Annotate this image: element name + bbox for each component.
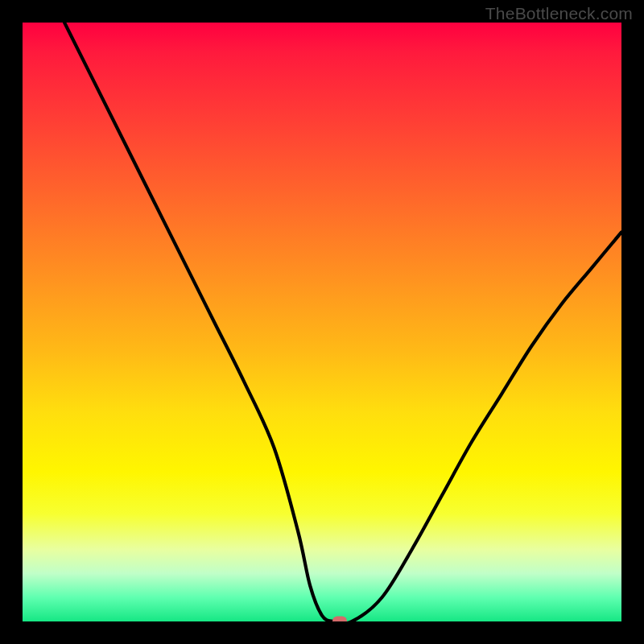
- optimal-point-marker: [332, 617, 347, 622]
- plot-area: [23, 23, 621, 621]
- chart-frame: TheBottleneck.com: [0, 0, 644, 644]
- watermark-text: TheBottleneck.com: [485, 4, 633, 23]
- curve-path: [64, 23, 621, 621]
- bottleneck-curve: [23, 23, 621, 621]
